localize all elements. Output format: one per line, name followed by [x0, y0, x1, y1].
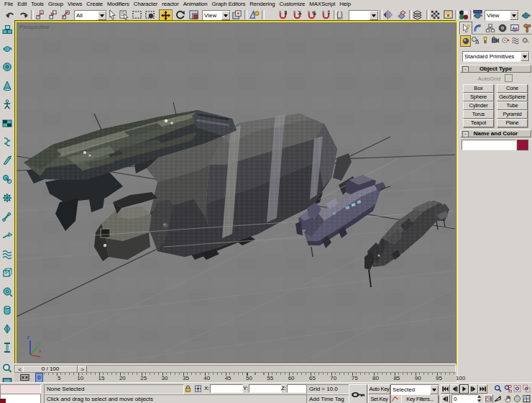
- menu-item[interactable]: Graph Editors: [210, 0, 248, 9]
- use-pivot-point-center-icon[interactable]: [231, 9, 243, 20]
- key-filter-curve-icon[interactable]: [390, 394, 400, 403]
- key-mode-toggle-button[interactable]: [441, 394, 450, 403]
- autogrid-checkbox[interactable]: [505, 74, 513, 82]
- min-max-toggle-icon[interactable]: [522, 394, 531, 403]
- play-animation-button[interactable]: [459, 384, 469, 394]
- angle-snap-toggle-icon[interactable]: [291, 9, 303, 20]
- bind-to-space-warp-icon[interactable]: [60, 9, 72, 20]
- cone-primitive-icon[interactable]: [1, 80, 13, 91]
- go-to-end-button[interactable]: [478, 384, 487, 394]
- next-frame-button[interactable]: [469, 384, 478, 394]
- object-color-swatch[interactable]: [517, 140, 528, 150]
- reference-coordinate-system-dropdown[interactable]: View: [202, 10, 231, 21]
- render-type-dropdown[interactable]: View: [485, 10, 519, 21]
- time-configuration-icon[interactable]: [484, 394, 493, 403]
- box-primitive-icon[interactable]: [1, 24, 13, 35]
- teapot-primitive-icon[interactable]: [1, 42, 13, 54]
- menu-item[interactable]: Tools: [29, 0, 46, 9]
- current-time-field[interactable]: 0: [451, 394, 479, 403]
- collapse-icon[interactable]: -: [462, 66, 469, 73]
- percent-snap-toggle-icon[interactable]: %: [306, 9, 318, 20]
- bone-icon[interactable]: [1, 211, 13, 222]
- zoom-extents-all-icon[interactable]: [522, 384, 531, 393]
- render-scene-dialog-icon[interactable]: [442, 9, 454, 20]
- spinner-snap-toggle-icon[interactable]: [320, 9, 332, 20]
- object-type-button[interactable]: Cylinder: [463, 101, 494, 110]
- zoom-region-icon[interactable]: [1, 363, 13, 374]
- category-shapes[interactable]: [470, 35, 480, 45]
- tab-utilities[interactable]: [520, 22, 532, 35]
- object-type-button[interactable]: Teapot: [463, 119, 494, 127]
- zoom-extents-icon[interactable]: [513, 384, 522, 393]
- add-time-tag[interactable]: Add Time Tag: [306, 394, 349, 403]
- subcategory-dropdown[interactable]: Standard Primitives: [462, 51, 530, 62]
- tab-create[interactable]: [459, 22, 472, 35]
- object-type-button[interactable]: Sphere: [463, 93, 494, 101]
- viewport-label[interactable]: Perspective: [19, 24, 50, 30]
- select-and-move-icon[interactable]: [159, 9, 173, 21]
- dropdown-arrow-icon[interactable]: [430, 385, 439, 394]
- menu-item[interactable]: MAXScript: [307, 0, 337, 9]
- zoom-icon[interactable]: [493, 384, 503, 393]
- category-systems[interactable]: [520, 35, 530, 45]
- select-object-icon[interactable]: [106, 9, 119, 20]
- tab-display[interactable]: [508, 22, 521, 35]
- snap-toggle-3d-icon[interactable]: 3: [277, 9, 289, 20]
- object-type-button[interactable]: Torus: [463, 110, 494, 119]
- biped-figure-icon[interactable]: [1, 99, 13, 110]
- arrow-swoosh-icon[interactable]: [1, 230, 13, 241]
- unlink-selection-icon[interactable]: [47, 9, 59, 20]
- menu-item[interactable]: File: [2, 0, 15, 9]
- spring-icon[interactable]: [1, 136, 13, 148]
- tape-helper-icon[interactable]: [1, 286, 13, 297]
- mirror-icon[interactable]: [382, 9, 394, 20]
- knife-icon[interactable]: [1, 155, 13, 166]
- cylinder-primitive-icon[interactable]: [1, 304, 13, 316]
- object-type-button[interactable]: Cone: [497, 84, 528, 93]
- dropdown-arrow-icon[interactable]: [510, 11, 518, 20]
- collapse-icon[interactable]: -: [462, 131, 469, 137]
- object-type-button[interactable]: Pyramid: [497, 110, 528, 119]
- dropdown-arrow-icon[interactable]: [98, 11, 106, 20]
- rectangular-selection-region-icon[interactable]: [131, 9, 143, 20]
- mini-curve-editor-icon[interactable]: [19, 373, 31, 382]
- selection-lock-icon[interactable]: [183, 384, 193, 393]
- quick-render-icon[interactable]: [520, 9, 532, 20]
- patch-grid-icon[interactable]: [1, 117, 13, 129]
- spindle-icon[interactable]: [1, 323, 13, 335]
- wave-icon[interactable]: [1, 248, 13, 260]
- maxscript-listener-line[interactable]: [0, 394, 41, 403]
- tab-hierarchy[interactable]: [484, 22, 497, 35]
- pan-view-icon[interactable]: [503, 394, 513, 403]
- perspective-viewport[interactable]: z x y Perspective: [15, 21, 458, 366]
- previous-frame-button[interactable]: [450, 384, 459, 394]
- object-type-rollout-header[interactable]: - Object Type: [460, 65, 531, 73]
- menu-item[interactable]: Edit: [15, 0, 29, 9]
- menu-item[interactable]: reactor: [160, 0, 181, 9]
- material-editor-icon[interactable]: [457, 9, 469, 20]
- select-by-name-icon[interactable]: [118, 9, 130, 20]
- align-icon[interactable]: [395, 9, 408, 20]
- menu-item[interactable]: Create: [84, 0, 105, 9]
- category-lights[interactable]: [480, 35, 490, 45]
- category-cameras[interactable]: [490, 35, 500, 45]
- dummy-helper-icon[interactable]: [1, 267, 13, 279]
- pulley-icon[interactable]: [1, 173, 13, 185]
- render-scene-icon[interactable]: [472, 9, 484, 20]
- select-and-manipulate-icon[interactable]: [248, 9, 260, 20]
- undo-icon[interactable]: [4, 9, 17, 20]
- auto-key-button[interactable]: Auto Key: [368, 384, 390, 394]
- menu-item[interactable]: Rendering: [247, 0, 277, 9]
- selection-filter-dropdown[interactable]: All: [74, 10, 107, 21]
- menu-item[interactable]: Animation: [181, 0, 210, 9]
- tab-motion[interactable]: [496, 22, 509, 35]
- dropdown-arrow-icon[interactable]: [520, 52, 529, 61]
- object-type-button[interactable]: Tube: [497, 101, 528, 110]
- menu-item[interactable]: Customize: [277, 0, 307, 9]
- category-geometry[interactable]: [460, 35, 471, 47]
- edit-named-selection-sets-icon[interactable]: ABC: [335, 9, 347, 20]
- field-of-view-icon[interactable]: [493, 394, 503, 403]
- select-and-scale-icon[interactable]: [188, 9, 200, 20]
- redo-icon[interactable]: [17, 9, 29, 20]
- hose-icon[interactable]: [1, 342, 13, 353]
